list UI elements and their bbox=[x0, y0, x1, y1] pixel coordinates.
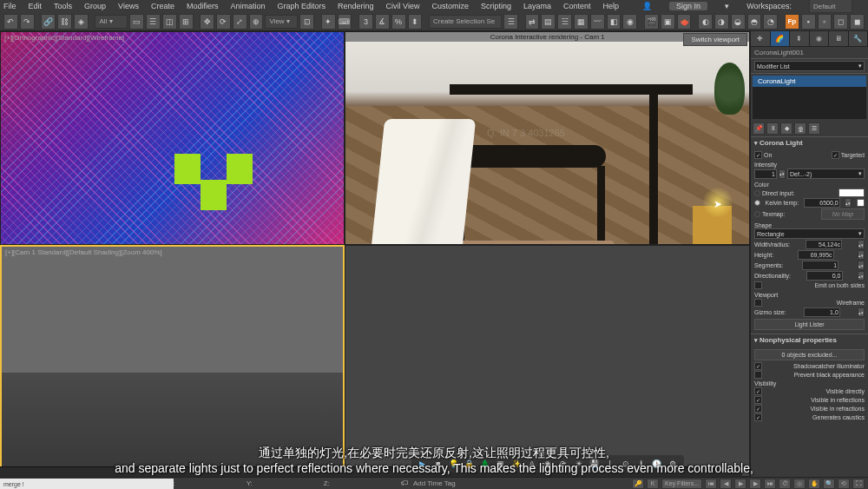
motion-tab[interactable]: ◉ bbox=[810, 31, 830, 46]
color-swatch[interactable] bbox=[838, 188, 865, 197]
zoom-icon[interactable]: 🔍 bbox=[823, 479, 835, 489]
directionality-spinner[interactable]: ▴▾ bbox=[858, 271, 865, 281]
light-lister-button[interactable]: Light Lister bbox=[754, 319, 865, 330]
ribbon-button[interactable]: ▦ bbox=[574, 14, 589, 30]
extra4-button[interactable]: ◓ bbox=[747, 14, 762, 30]
kelvin-radio[interactable] bbox=[754, 200, 760, 206]
intensity-unit-dropdown[interactable]: Def...-2)▾ bbox=[787, 169, 865, 179]
menu-edit[interactable]: Edit bbox=[29, 2, 43, 10]
select-name-button[interactable]: ☰ bbox=[146, 14, 161, 30]
viewport-label-bl[interactable]: [+][Cam 1 Standard][Default Shading][Zoo… bbox=[5, 248, 162, 256]
isolate-icon[interactable]: ◎ bbox=[793, 479, 806, 489]
vfb-save-icon[interactable]: 💾 bbox=[589, 458, 601, 470]
intensity-input[interactable] bbox=[754, 169, 777, 179]
vfb-aa-icon[interactable]: A bbox=[526, 458, 538, 470]
viewport-top-left[interactable]: [+][Orthographic][Standard][Wireframe] bbox=[0, 31, 345, 245]
pivot-button[interactable]: ⊡ bbox=[299, 14, 314, 30]
kelvin-swatch[interactable] bbox=[857, 199, 865, 207]
menu-civilview[interactable]: Civil View bbox=[386, 2, 420, 10]
rotate-button[interactable]: ⟳ bbox=[216, 14, 231, 30]
extra6-button[interactable]: ▪ bbox=[801, 14, 816, 30]
next-frame-icon[interactable]: ▶ bbox=[749, 479, 761, 489]
utilities-tab[interactable]: 🔧 bbox=[849, 31, 869, 46]
pin-stack-icon[interactable]: 📌 bbox=[753, 122, 765, 135]
vfb-bulb-icon[interactable]: 💡 bbox=[448, 458, 460, 470]
vfb-settings-icon[interactable]: ⚙ bbox=[667, 458, 679, 470]
texmap-radio[interactable] bbox=[754, 211, 760, 217]
vfb-denoise-icon[interactable]: ✨ bbox=[510, 458, 523, 470]
snap-button[interactable]: 3 bbox=[358, 14, 373, 30]
keyfilters-button[interactable]: Key Filters... bbox=[661, 479, 702, 489]
gizmo-spinner[interactable]: ▴▾ bbox=[858, 307, 865, 317]
setkey-button[interactable]: K bbox=[647, 479, 659, 489]
visdirect-check[interactable]: ✓ bbox=[754, 387, 762, 395]
maximize-icon[interactable]: ⛶ bbox=[852, 479, 865, 489]
taskbar-merge-window[interactable]: merge ! bbox=[0, 479, 174, 489]
vfb-bloom-icon[interactable]: ◉ bbox=[542, 458, 554, 470]
viewport-bottom-right[interactable]: ▶ ■ 💡 🔒 🌲 ▣ ✨ A ◉ ⟳ ☀ 💾 | ⊙ ℹ 🕐 ⚙ bbox=[345, 245, 750, 477]
unlink-button[interactable]: ⛓ bbox=[57, 14, 72, 30]
menu-file[interactable]: File bbox=[3, 2, 16, 10]
goto-end-icon[interactable]: ⏭ bbox=[764, 479, 776, 489]
curve-editor-button[interactable]: 〰 bbox=[590, 14, 605, 30]
on-checkbox[interactable]: ✓ bbox=[754, 151, 762, 159]
rollout-corona-light[interactable]: Corona Light bbox=[751, 137, 868, 149]
modify-tab[interactable]: 🌈 bbox=[771, 31, 791, 46]
extra8-button[interactable]: ◻ bbox=[833, 14, 848, 30]
remove-icon[interactable]: 🗑 bbox=[794, 122, 806, 135]
stack-item-coronalight[interactable]: CoronaLight bbox=[753, 76, 866, 87]
play-icon[interactable]: ▶ bbox=[734, 479, 746, 489]
extra7-button[interactable]: ▫ bbox=[818, 14, 832, 30]
mirror-button[interactable]: ⇄ bbox=[525, 14, 540, 30]
visrefl-check[interactable]: ✓ bbox=[754, 396, 762, 404]
vfb-tree-icon[interactable]: 🌲 bbox=[479, 458, 491, 470]
kelvin-spinner[interactable]: ▴▾ bbox=[845, 198, 852, 208]
workspace-dropdown[interactable]: Default bbox=[809, 0, 852, 13]
targeted-checkbox[interactable]: ✓ bbox=[832, 151, 839, 159]
hierarchy-tab[interactable]: ⬍ bbox=[790, 31, 810, 46]
signin-button[interactable]: Sign In bbox=[669, 2, 707, 10]
angle-snap-button[interactable]: ∡ bbox=[375, 14, 390, 30]
gizmo-input[interactable] bbox=[804, 307, 840, 317]
chevron-down-icon[interactable]: ▾ bbox=[725, 2, 729, 10]
extra9-button[interactable]: ◼ bbox=[850, 14, 865, 30]
modifier-stack[interactable]: CoronaLight bbox=[753, 76, 866, 119]
viewport-render[interactable]: Corona Interactive rendering - Cam 1 Swi… bbox=[345, 31, 750, 245]
vfb-info-icon[interactable]: ℹ bbox=[635, 458, 648, 470]
extra5-button[interactable]: ◔ bbox=[763, 14, 778, 30]
move-button[interactable]: ✥ bbox=[200, 14, 214, 30]
wireframe-checkbox[interactable] bbox=[754, 299, 762, 307]
emit-both-checkbox[interactable] bbox=[754, 281, 762, 289]
object-name-field[interactable]: CoronaLight001 bbox=[751, 47, 868, 59]
rollout-nonphysical[interactable]: Nonphysical properties bbox=[751, 334, 868, 346]
width-spinner[interactable]: ▴▾ bbox=[858, 240, 865, 249]
selection-filter[interactable]: All ▾ bbox=[95, 15, 128, 29]
vfb-picker-icon[interactable]: ⊙ bbox=[620, 458, 632, 470]
redo-button[interactable]: ↷ bbox=[20, 14, 35, 30]
spinner-snap-button[interactable]: ⬍ bbox=[408, 14, 423, 30]
named-selset-dropdown[interactable]: Create Selection Se bbox=[429, 15, 502, 29]
menu-rendering[interactable]: Rendering bbox=[338, 2, 374, 10]
menu-customize[interactable]: Customize bbox=[431, 2, 469, 10]
vfb-stop-icon[interactable]: ■ bbox=[432, 458, 444, 470]
extra3-button[interactable]: ◒ bbox=[731, 14, 746, 30]
create-tab[interactable]: ✚ bbox=[751, 31, 771, 46]
render-button[interactable]: 🫖 bbox=[677, 14, 692, 30]
height-input[interactable] bbox=[798, 250, 834, 260]
time-config-icon[interactable]: ⏱ bbox=[779, 479, 791, 489]
width-input[interactable] bbox=[806, 240, 842, 249]
orbit-icon[interactable]: ⟲ bbox=[838, 479, 850, 489]
excluded-button[interactable]: 0 objects excluded... bbox=[754, 349, 865, 360]
fp-button[interactable]: Fp bbox=[785, 14, 799, 30]
segments-spinner[interactable]: ▴▾ bbox=[858, 261, 865, 270]
segments-input[interactable] bbox=[802, 261, 838, 270]
visrefr-check[interactable]: ✓ bbox=[754, 405, 762, 413]
ref-coord-dropdown[interactable]: View ▾ bbox=[265, 15, 298, 29]
height-spinner[interactable]: ▴▾ bbox=[858, 250, 865, 260]
directionality-input[interactable] bbox=[806, 271, 843, 281]
preventblack-check[interactable] bbox=[754, 371, 762, 379]
schematic-button[interactable]: ◧ bbox=[607, 14, 621, 30]
direct-radio[interactable] bbox=[754, 190, 760, 196]
vfb-history-icon[interactable]: 🕐 bbox=[651, 458, 663, 470]
menu-scripting[interactable]: Scripting bbox=[481, 2, 511, 10]
